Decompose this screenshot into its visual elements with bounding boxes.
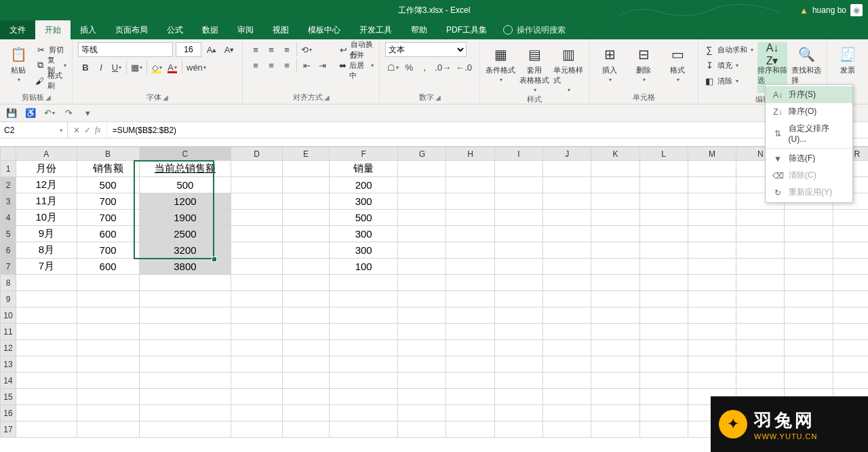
cell[interactable]: 3200 <box>139 242 231 259</box>
cell[interactable]: 7月 <box>16 259 77 275</box>
tab-pdf[interactable]: PDF工具集 <box>437 20 496 39</box>
format-cells-button[interactable]: ▭格式▾ <box>663 42 692 83</box>
cell[interactable]: 700 <box>77 210 139 226</box>
cell[interactable]: 1200 <box>139 193 231 210</box>
row-header[interactable]: 12 <box>1 340 16 356</box>
cell[interactable]: 10月 <box>16 210 77 226</box>
conditional-format-button[interactable]: ▦条件格式▾ <box>486 42 515 83</box>
row-header[interactable]: 7 <box>1 259 16 275</box>
row-header[interactable]: 2 <box>1 177 16 193</box>
align-right-button[interactable]: ≡ <box>279 58 294 73</box>
tab-template[interactable]: 模板中心 <box>298 20 350 39</box>
row-header[interactable]: 4 <box>1 210 16 226</box>
cell[interactable]: 1900 <box>139 210 231 226</box>
cell[interactable]: 11月 <box>16 193 77 210</box>
tab-layout[interactable]: 页面布局 <box>106 20 157 39</box>
paste-button[interactable]: 📋 粘贴 ▾ <box>5 42 31 83</box>
name-box[interactable]: C2▾ <box>0 122 68 138</box>
cell[interactable]: 500 <box>139 177 231 193</box>
format-as-table-button[interactable]: ▤套用 表格格式▾ <box>519 42 549 93</box>
fill-color-button[interactable]: ◇▾ <box>149 60 164 75</box>
cell[interactable]: 700 <box>77 193 139 210</box>
autosum-button[interactable]: ∑自动求和▾ <box>704 42 753 57</box>
format-painter-button[interactable]: 🖌格式刷 <box>35 73 66 88</box>
row-header[interactable]: 11 <box>1 324 16 340</box>
row-header[interactable]: 3 <box>1 193 16 210</box>
fill-button[interactable]: ↧填充▾ <box>704 58 753 73</box>
menu-sort-desc[interactable]: Z↓降序(O) <box>766 103 852 120</box>
row-header[interactable]: 13 <box>1 356 16 373</box>
shrink-font-button[interactable]: A▾ <box>222 42 237 57</box>
dec-decimal-button[interactable]: ←.0 <box>454 60 474 75</box>
clipboard-launcher[interactable]: ◢ <box>45 94 51 101</box>
cell[interactable]: 销量 <box>330 161 398 177</box>
cell[interactable]: 300 <box>330 226 398 242</box>
tell-me[interactable]: 操作说明搜索 <box>496 20 572 39</box>
formula-input[interactable]: =SUM($B$2:$B2) <box>107 122 868 138</box>
row-header[interactable]: 17 <box>1 421 16 438</box>
row-header[interactable]: 10 <box>1 307 16 324</box>
merge-center-button[interactable]: ⬌合并后居中▾ <box>339 58 374 73</box>
bold-button[interactable]: B <box>78 60 93 75</box>
avatar[interactable]: ◉ <box>850 4 863 16</box>
cell[interactable]: 600 <box>77 259 139 275</box>
orientation-button[interactable]: ⟲▾ <box>299 42 314 57</box>
comma-button[interactable]: , <box>417 60 432 75</box>
align-middle-button[interactable]: ≡ <box>264 42 279 57</box>
accept-formula-icon[interactable]: ✓ <box>84 126 91 135</box>
cell[interactable]: 2500 <box>139 226 231 242</box>
fx-icon[interactable]: fx <box>95 125 101 135</box>
cell[interactable]: 100 <box>330 259 398 275</box>
invoice-button[interactable]: 🧾发票 <box>833 42 863 75</box>
grow-font-button[interactable]: A▴ <box>204 42 219 57</box>
row-header[interactable]: 5 <box>1 226 16 242</box>
menu-sort-asc[interactable]: A↓升序(S) <box>766 86 852 103</box>
cell[interactable]: 300 <box>330 242 398 259</box>
phonetic-button[interactable]: wén▾ <box>184 60 208 75</box>
row-header[interactable]: 8 <box>1 275 16 291</box>
italic-button[interactable]: I <box>94 60 108 75</box>
qat-customize[interactable]: ▾ <box>80 106 95 121</box>
select-all-corner[interactable] <box>1 147 16 161</box>
number-format-select[interactable]: 文本 <box>385 42 467 57</box>
tab-review[interactable]: 审阅 <box>228 20 263 39</box>
qat-unknown[interactable]: ♿ <box>23 106 38 121</box>
row-header[interactable]: 15 <box>1 389 16 405</box>
column-headers[interactable]: ABCDEFGHIJKLMNOR <box>1 147 869 161</box>
row-header[interactable]: 14 <box>1 373 16 389</box>
font-launcher[interactable]: ◢ <box>163 94 168 101</box>
row-header[interactable]: 9 <box>1 291 16 307</box>
align-bottom-button[interactable]: ≡ <box>279 42 294 57</box>
cell-styles-button[interactable]: ▥单元格样式▾ <box>553 42 583 93</box>
font-color-button[interactable]: A▾ <box>165 60 180 75</box>
font-name-select[interactable] <box>78 42 173 57</box>
user-name[interactable]: huang bo <box>812 5 846 15</box>
tab-home[interactable]: 开始 <box>35 20 71 39</box>
cell[interactable]: 销售额 <box>77 161 139 177</box>
number-launcher[interactable]: ◢ <box>435 94 441 101</box>
align-launcher[interactable]: ◢ <box>324 94 330 101</box>
tab-insert[interactable]: 插入 <box>71 20 106 39</box>
tab-help[interactable]: 帮助 <box>401 20 437 39</box>
delete-cells-button[interactable]: ⊟删除▾ <box>629 42 658 83</box>
cell[interactable]: 700 <box>77 242 139 259</box>
tab-dev[interactable]: 开发工具 <box>350 20 401 39</box>
row-header[interactable]: 16 <box>1 405 16 421</box>
align-center-button[interactable]: ≡ <box>264 58 279 73</box>
cell[interactable]: 月份 <box>16 161 77 177</box>
currency-button[interactable]: ☖▾ <box>385 60 401 75</box>
cell[interactable]: 12月 <box>16 177 77 193</box>
cancel-formula-icon[interactable]: ✕ <box>73 126 80 135</box>
cell[interactable]: 300 <box>330 193 398 210</box>
inc-decimal-button[interactable]: .0→ <box>433 60 453 75</box>
undo-button[interactable]: ↶▾ <box>42 106 57 121</box>
cell[interactable]: 200 <box>330 177 398 193</box>
redo-button[interactable]: ↷ <box>61 106 76 121</box>
cell[interactable]: 500 <box>77 177 139 193</box>
percent-button[interactable]: % <box>401 60 416 75</box>
row-header[interactable]: 6 <box>1 242 16 259</box>
save-button[interactable]: 💾 <box>4 106 19 121</box>
cell[interactable]: 600 <box>77 226 139 242</box>
underline-button[interactable]: U▾ <box>109 60 124 75</box>
indent-dec-button[interactable]: ⇤ <box>299 58 314 73</box>
